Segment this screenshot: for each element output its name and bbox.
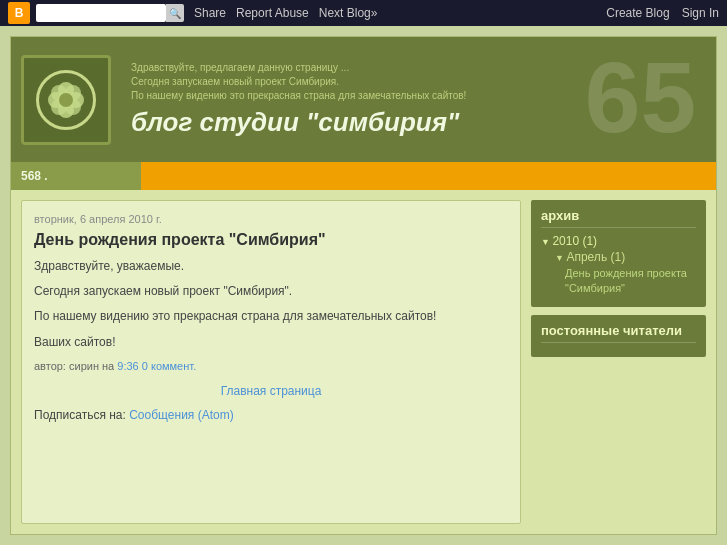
header-logo-icon (36, 70, 96, 130)
search-icon[interactable]: 🔍 (166, 4, 184, 22)
subscribe-prefix: Подписаться на: (34, 408, 129, 422)
svg-point-8 (59, 93, 73, 107)
content-area: вторник, 6 апреля 2010 г. День рождения … (11, 190, 716, 534)
post-title: День рождения проекта "Симбирия" (34, 231, 508, 249)
archive-post-item[interactable]: День рождения проекта "Симбирия" (541, 266, 696, 297)
sidebar: архив 2010 (1) Апрель (1) День рождения … (531, 200, 706, 524)
sub-header-counter: 568 . (11, 162, 141, 190)
blogger-logo[interactable]: B (8, 2, 30, 24)
header-bg-number: 65 (585, 47, 696, 147)
post-time-link[interactable]: 9:36 (117, 360, 138, 372)
post-date: вторник, 6 апреля 2010 г. (34, 213, 508, 225)
sidebar-readers: постоянные читатели (531, 315, 706, 357)
post-meta: автор: сирин на 9:36 0 коммент. (34, 360, 508, 372)
comment-count-link[interactable]: 0 коммент. (142, 360, 196, 372)
home-page-link[interactable]: Главная страница (221, 384, 322, 398)
sidebar-archive: архив 2010 (1) Апрель (1) День рождения … (531, 200, 706, 307)
readers-title: постоянные читатели (541, 323, 696, 343)
blog-header: Здравствуйте, предлагаем данную страницу… (11, 37, 716, 162)
report-abuse-link[interactable]: Report Abuse (236, 6, 309, 20)
archive-year-2010[interactable]: 2010 (1) (541, 234, 696, 248)
blog-container: Здравствуйте, предлагаем данную страницу… (10, 36, 717, 535)
header-logo-box (21, 55, 111, 145)
sub-header-accent (141, 162, 716, 190)
create-blog-link[interactable]: Create Blog (606, 6, 669, 20)
main-wrapper: Здравствуйте, предлагаем данную страницу… (0, 26, 727, 545)
sign-in-link[interactable]: Sign In (682, 6, 719, 20)
sub-header: 568 . (11, 162, 716, 190)
author-prefix: автор: сирин на (34, 360, 117, 372)
logo-letter: B (15, 6, 24, 20)
subscribe-link[interactable]: Сообщения (Atom) (129, 408, 233, 422)
search-input[interactable] (36, 4, 166, 22)
post-body-line3: По нашему видению это прекрасная страна … (34, 307, 508, 326)
archive-month-april[interactable]: Апрель (1) (541, 250, 696, 264)
post-body-line1: Здравствуйте, уважаемые. (34, 257, 508, 276)
topbar-right: Create Blog Sign In (606, 6, 719, 20)
topbar: B 🔍 Share Report Abuse Next Blog» Create… (0, 0, 727, 26)
flower-icon (44, 78, 88, 122)
subscribe-line: Подписаться на: Сообщения (Atom) (34, 408, 508, 422)
post-body: Здравствуйте, уважаемые. Сегодня запуска… (34, 257, 508, 352)
share-link[interactable]: Share (194, 6, 226, 20)
post-body-line2: Сегодня запускаем новый проект "Симбирия… (34, 282, 508, 301)
next-blog-link[interactable]: Next Blog» (319, 6, 378, 20)
post-body-line4: Ваших сайтов! (34, 333, 508, 352)
post-footer: Главная страница (34, 384, 508, 398)
main-content: вторник, 6 апреля 2010 г. День рождения … (21, 200, 521, 524)
archive-title: архив (541, 208, 696, 228)
